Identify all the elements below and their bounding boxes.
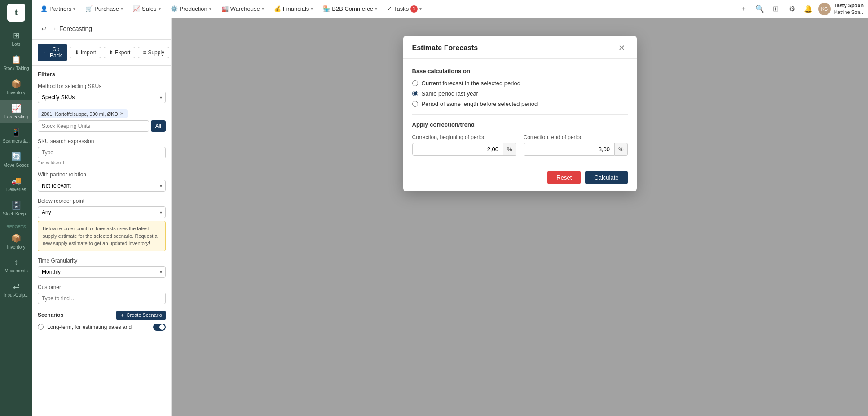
sidebar-item-movements[interactable]: ↕️ Movements bbox=[0, 254, 32, 277]
scenario-row: Scenarios ＋ Create Scenario bbox=[38, 311, 166, 320]
nav-partners[interactable]: 👤 Partners ▾ bbox=[36, 4, 80, 14]
sku-search-row: All bbox=[38, 120, 166, 132]
sidebar-item-stock-taking[interactable]: 📋 Stock-Taking bbox=[0, 51, 32, 74]
percent-unit-end: % bbox=[615, 143, 628, 156]
undo-btn[interactable]: ↩ bbox=[38, 22, 50, 35]
create-scenario-button[interactable]: ＋ Create Scenario bbox=[116, 311, 166, 320]
chevron-down-icon: ▾ bbox=[262, 6, 264, 11]
user-info[interactable]: Tasty Spoon Katrine Søn... bbox=[834, 2, 864, 15]
breadcrumb-arrow: › bbox=[54, 26, 56, 32]
b2b-icon: 🏪 bbox=[323, 5, 330, 12]
lots-icon: ⊞ bbox=[13, 31, 20, 40]
grid-icon[interactable]: ⊞ bbox=[770, 3, 782, 15]
sidebar-item-lots[interactable]: ⊞ Lots bbox=[0, 27, 32, 50]
nav-production[interactable]: ⚙️ Production ▾ bbox=[166, 4, 216, 14]
sidebar-item-inventory2[interactable]: 📦 Inventory bbox=[0, 230, 32, 253]
sidebar-item-scanners[interactable]: 📱 Scanners &... bbox=[0, 124, 32, 147]
correction-begin-input[interactable] bbox=[412, 143, 503, 156]
chevron-down-icon: ▾ bbox=[209, 6, 211, 11]
correction-end-input-row: % bbox=[524, 143, 628, 156]
add-icon[interactable]: ＋ bbox=[737, 3, 750, 15]
reports-section: Reports bbox=[0, 221, 32, 230]
chevron-down-icon: ▾ bbox=[419, 6, 422, 11]
radio-current[interactable]: Current forecast in the selected period bbox=[412, 80, 628, 87]
method-section: Method for selecting SKUs Specify SKUs A… bbox=[38, 83, 166, 103]
nav-sales[interactable]: 📈 Sales ▾ bbox=[128, 4, 165, 14]
sku-section: 2001: Kartoffelsuppe, 900 ml, ØKO ✕ All bbox=[38, 109, 166, 132]
sidebar-item-inventory[interactable]: 📦 Inventory bbox=[0, 75, 32, 99]
warehouse-icon: 🏭 bbox=[221, 5, 229, 12]
filters-panel: Filters Method for selecting SKUs Specif… bbox=[32, 66, 171, 416]
modal-close-button[interactable]: ✕ bbox=[616, 43, 628, 53]
top-nav: 👤 Partners ▾ 🛒 Purchase ▾ 📈 Sales ▾ ⚙️ P… bbox=[32, 0, 868, 18]
reorder-select[interactable]: Any Yes No bbox=[38, 206, 166, 218]
move-goods-icon: 🔄 bbox=[11, 152, 21, 162]
nav-financials[interactable]: 💰 Financials ▾ bbox=[269, 4, 318, 14]
supply-button[interactable]: ≡ Supply bbox=[138, 47, 169, 58]
avatar[interactable]: KS bbox=[818, 3, 831, 15]
sidebar-item-deliveries[interactable]: 🚚 Deliveries bbox=[0, 172, 32, 196]
modal-footer: Reset Calculate bbox=[403, 165, 637, 191]
import-icon: ⬇ bbox=[75, 49, 79, 56]
radio-same-period[interactable]: Same period last year bbox=[412, 90, 628, 97]
sidebar-item-move-goods[interactable]: 🔄 Move Goods bbox=[0, 148, 32, 171]
modal-overlay: Estimate Forecasts ✕ Base calculations o… bbox=[172, 18, 868, 416]
radio-same-length[interactable]: Period of same length before selected pe… bbox=[412, 101, 628, 107]
sidebar-item-label: Inventory bbox=[7, 90, 25, 95]
search-icon[interactable]: 🔍 bbox=[753, 3, 766, 15]
tasks-icon: ✓ bbox=[387, 5, 392, 12]
calculate-button[interactable]: Calculate bbox=[585, 171, 627, 184]
partner-select[interactable]: Not relevant Customer Supplier bbox=[38, 180, 166, 192]
correction-end-input[interactable] bbox=[524, 143, 615, 156]
time-select[interactable]: Monthly Weekly Daily bbox=[38, 266, 166, 278]
partner-section: With partner relation Not relevant Custo… bbox=[38, 171, 166, 192]
reset-button[interactable]: Reset bbox=[547, 171, 581, 184]
sidebar-item-input-output[interactable]: ⇄ Input-Outp... bbox=[0, 278, 32, 301]
scenarios-section: Scenarios ＋ Create Scenario Long-term, f… bbox=[38, 311, 166, 331]
nav-tasks[interactable]: ✓ Tasks 1 ▾ bbox=[383, 4, 426, 14]
sidebar-item-label: Scanners &... bbox=[3, 139, 30, 144]
sku-expression-input[interactable] bbox=[38, 147, 166, 158]
modal-divider bbox=[412, 114, 628, 115]
stock-keep-icon: 🗄️ bbox=[11, 200, 21, 210]
radio-current-label: Current forecast in the selected period bbox=[422, 80, 520, 87]
sidebar-item-stock-keep[interactable]: 🗄️ Stock Keep... bbox=[0, 197, 32, 220]
sku-search-input[interactable] bbox=[38, 120, 149, 132]
stock-taking-icon: 📋 bbox=[11, 55, 21, 65]
correction-begin-field: Correction, beginning of period % bbox=[412, 134, 516, 156]
correction-end-field: Correction, end of period % bbox=[524, 134, 628, 156]
inventory2-icon: 📦 bbox=[11, 233, 21, 243]
toolbar-row: ← Go Back ⬇ Import ⬆ Export ≡ Supply ⬇ bbox=[32, 40, 171, 66]
estimate-forecasts-modal: Estimate Forecasts ✕ Base calculations o… bbox=[403, 36, 637, 191]
radio-same-length-input[interactable] bbox=[412, 101, 418, 107]
settings-icon[interactable]: ⚙ bbox=[786, 3, 798, 15]
correction-label: Apply correction/trend bbox=[412, 121, 628, 128]
sidebar-item-label: Move Goods bbox=[4, 163, 29, 168]
modal-title: Estimate Forecasts bbox=[412, 44, 478, 52]
import-button[interactable]: ⬇ Import bbox=[70, 47, 101, 58]
go-back-button[interactable]: ← Go Back bbox=[38, 44, 67, 61]
app-logo[interactable]: t bbox=[7, 4, 25, 22]
method-select[interactable]: Specify SKUs All SKUs Category Supplier bbox=[38, 92, 166, 103]
nav-b2b[interactable]: 🏪 B2B Commerce ▾ bbox=[318, 4, 382, 14]
customer-label: Customer bbox=[38, 284, 166, 290]
customer-input[interactable] bbox=[38, 293, 166, 304]
bell-icon[interactable]: 🔔 bbox=[802, 3, 815, 15]
radio-same-period-input[interactable] bbox=[412, 91, 418, 96]
sidebar-item-forecasting[interactable]: 📈 Forecasting bbox=[0, 100, 32, 123]
tasks-badge: 1 bbox=[410, 5, 418, 13]
export-button[interactable]: ⬆ Export bbox=[104, 47, 136, 58]
plus-icon: ＋ bbox=[120, 312, 125, 319]
sku-tag-close[interactable]: ✕ bbox=[120, 111, 124, 117]
sidebar-item-label: Lots bbox=[12, 42, 21, 47]
reorder-section: Below reorder point Any Yes No Below re-… bbox=[38, 198, 166, 251]
scenario-toggle[interactable] bbox=[153, 324, 166, 331]
radio-current-input[interactable] bbox=[412, 80, 418, 86]
left-panel: ↩ › Forecasting ← Go Back ⬇ Import ⬆ Exp… bbox=[32, 18, 172, 416]
nav-warehouse[interactable]: 🏭 Warehouse ▾ bbox=[217, 4, 269, 14]
scanners-icon: 📱 bbox=[11, 127, 21, 137]
sku-all-button[interactable]: All bbox=[151, 120, 166, 132]
scenario-radio[interactable] bbox=[38, 324, 44, 330]
sidebar-item-label: Stock Keep... bbox=[3, 211, 29, 216]
nav-purchase[interactable]: 🛒 Purchase ▾ bbox=[81, 4, 128, 14]
